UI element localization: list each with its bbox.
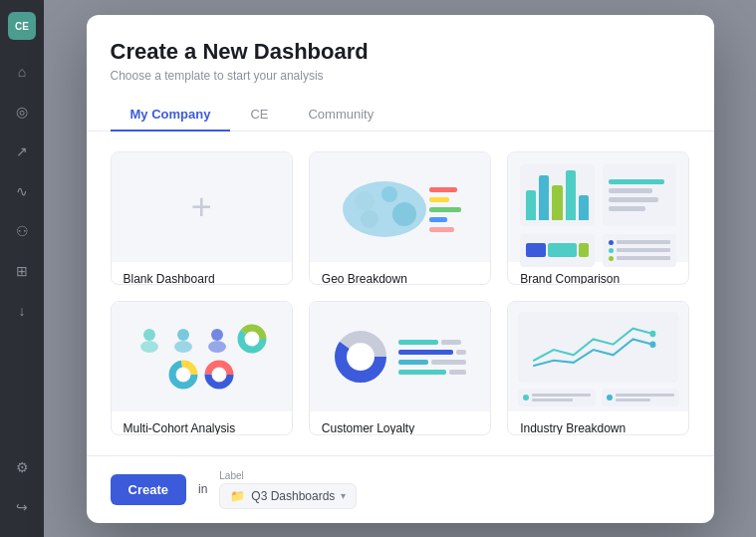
donut-2 bbox=[168, 360, 198, 390]
bar-empty-2 bbox=[456, 350, 466, 355]
grid-icon[interactable]: ⊞ bbox=[6, 255, 38, 287]
svg-point-2 bbox=[381, 186, 397, 202]
bar-5 bbox=[579, 195, 589, 220]
list-row-3 bbox=[609, 197, 658, 202]
line-3 bbox=[617, 256, 671, 260]
bar-empty-1 bbox=[441, 340, 461, 345]
brand-text-list bbox=[603, 234, 677, 267]
bar-fill-4 bbox=[398, 370, 446, 375]
template-loyalty[interactable]: Customer Loyalty bbox=[309, 301, 491, 435]
svg-point-24 bbox=[213, 369, 225, 381]
dot-2 bbox=[609, 248, 614, 253]
bar-1 bbox=[526, 190, 536, 220]
geo-chart-svg bbox=[330, 159, 469, 254]
ind-lines-1 bbox=[532, 394, 591, 402]
template-industry-label: Industry Breakdown bbox=[508, 411, 688, 435]
bar-empty-4 bbox=[449, 370, 466, 375]
svg-rect-8 bbox=[429, 217, 447, 222]
logout-icon[interactable]: ↪ bbox=[6, 491, 38, 523]
app-logo: CE bbox=[8, 12, 36, 40]
modal-title: Create a New Dashboard bbox=[111, 39, 690, 65]
svg-point-15 bbox=[208, 341, 226, 353]
folder-selector[interactable]: 📁 Q3 Dashboards ▾ bbox=[219, 483, 357, 509]
bar-empty-3 bbox=[431, 360, 466, 365]
template-tabs: My Company CE Community bbox=[87, 99, 714, 132]
ind-line-2a bbox=[616, 394, 674, 397]
user-icon-1 bbox=[135, 325, 163, 353]
brand-grid bbox=[508, 152, 688, 262]
list-row-4 bbox=[609, 206, 646, 211]
line-chart-svg bbox=[524, 318, 672, 377]
trending-icon[interactable]: ↗ bbox=[6, 135, 38, 167]
template-geo[interactable]: Geo Breakdown bbox=[309, 151, 491, 286]
download-icon[interactable]: ↓ bbox=[6, 295, 38, 327]
ind-lines-2 bbox=[616, 394, 674, 402]
modal-subtitle: Choose a template to start your analysis bbox=[111, 69, 690, 83]
user-icon-3 bbox=[203, 325, 231, 353]
tab-ce[interactable]: CE bbox=[230, 99, 288, 132]
template-blank[interactable]: + Blank Dashboard bbox=[111, 151, 293, 286]
svg-point-13 bbox=[174, 341, 192, 353]
template-cohort-label: Multi-Cohort Analysis bbox=[112, 411, 292, 435]
loyalty-bar-1 bbox=[398, 340, 466, 345]
bar-4 bbox=[566, 170, 576, 220]
analytics-icon[interactable]: ∿ bbox=[6, 175, 38, 207]
tab-community[interactable]: Community bbox=[288, 99, 393, 132]
ind-line-1b bbox=[532, 399, 573, 402]
industry-line-chart bbox=[518, 312, 678, 383]
bar-fill-2 bbox=[398, 350, 453, 355]
template-brand[interactable]: Brand Comparison bbox=[507, 151, 689, 286]
main-content: Create a New Dashboard Choose a template… bbox=[44, 0, 756, 537]
list-row-1 bbox=[609, 179, 664, 184]
line-1 bbox=[617, 240, 671, 244]
list-item-1 bbox=[609, 240, 671, 245]
svg-point-12 bbox=[177, 329, 189, 341]
cohort-icons bbox=[112, 310, 292, 403]
folder-label-text: Label bbox=[219, 470, 357, 481]
users-icon[interactable]: ⚇ bbox=[6, 215, 38, 247]
settings-icon[interactable]: ⚙ bbox=[6, 451, 38, 483]
svg-point-21 bbox=[177, 369, 189, 381]
loyalty-bars bbox=[398, 340, 466, 375]
home-icon[interactable]: ⌂ bbox=[6, 56, 38, 88]
create-dashboard-modal: Create a New Dashboard Choose a template… bbox=[87, 15, 714, 523]
folder-icon: 📁 bbox=[230, 489, 245, 503]
loyalty-bar-2 bbox=[398, 350, 466, 355]
template-geo-label: Geo Breakdown bbox=[310, 262, 490, 286]
template-cohort-preview bbox=[112, 302, 292, 411]
tab-my-company[interactable]: My Company bbox=[111, 99, 231, 132]
list-row-2 bbox=[609, 188, 652, 193]
template-industry-preview bbox=[508, 302, 688, 411]
create-button[interactable]: Create bbox=[111, 474, 186, 505]
template-cohort[interactable]: Multi-Cohort Analysis bbox=[111, 301, 293, 435]
svg-point-27 bbox=[348, 344, 374, 370]
modal-header: Create a New Dashboard Choose a template… bbox=[87, 15, 714, 83]
svg-point-4 bbox=[361, 210, 378, 228]
loyalty-donut bbox=[334, 330, 388, 385]
svg-point-28 bbox=[650, 331, 656, 337]
template-blank-preview: + bbox=[112, 152, 292, 262]
ind-dot-1 bbox=[523, 395, 529, 401]
list-item-3 bbox=[609, 256, 671, 261]
user-icon-2 bbox=[169, 325, 197, 353]
svg-point-3 bbox=[392, 202, 416, 226]
ind-line-2b bbox=[616, 399, 650, 402]
dot-3 bbox=[609, 256, 614, 261]
sidebar: CE ⌂ ◎ ↗ ∿ ⚇ ⊞ ↓ ⚙ ↪ bbox=[0, 0, 44, 537]
industry-bottom bbox=[518, 389, 678, 406]
template-blank-label: Blank Dashboard bbox=[112, 262, 292, 286]
stack-2 bbox=[548, 243, 577, 257]
industry-block-1 bbox=[518, 389, 596, 406]
bar-2 bbox=[539, 175, 549, 220]
chevron-down-icon: ▾ bbox=[341, 490, 346, 501]
bar-fill-3 bbox=[398, 360, 428, 365]
svg-point-29 bbox=[650, 342, 656, 348]
ind-dot-2 bbox=[607, 395, 613, 401]
loyalty-bar-3 bbox=[398, 360, 466, 365]
template-industry[interactable]: Industry Breakdown bbox=[507, 301, 689, 435]
bar-3 bbox=[552, 185, 562, 220]
target-icon[interactable]: ◎ bbox=[6, 96, 38, 128]
brand-bar-chart bbox=[520, 164, 595, 226]
stack-3 bbox=[579, 243, 589, 257]
ind-line-1a bbox=[532, 394, 591, 397]
